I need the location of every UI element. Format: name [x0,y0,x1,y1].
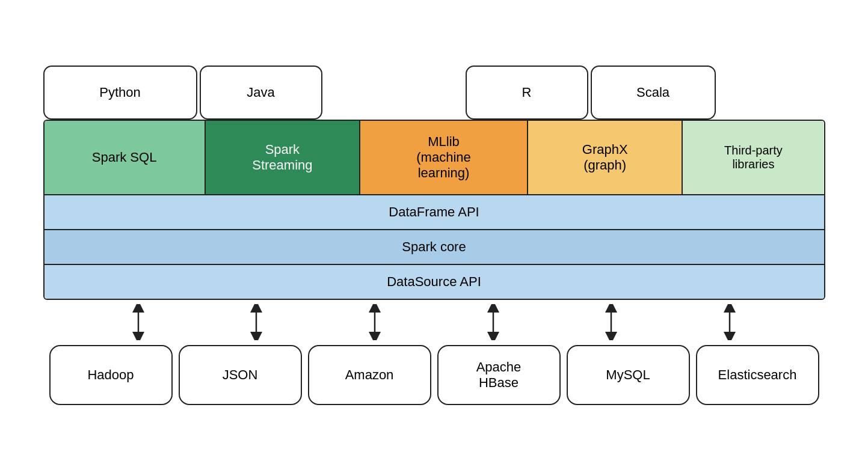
datasource-amazon: Amazon [308,345,431,405]
lib-spark-sql: Spark SQL [45,121,206,194]
datasource-hbase: Apache HBase [437,345,561,405]
lib-spark-streaming: Spark Streaming [206,121,360,194]
lib-mllib: MLlib (machine learning) [360,121,528,194]
lang-scala: Scala [591,66,716,120]
datasource-json: JSON [179,345,302,405]
architecture-diagram: Python Java R Scala [43,66,825,405]
lib-graphx: GraphX (graph) [528,121,683,194]
bar-datasource-api: DataSource API [45,265,824,299]
arrow-hadoop [129,305,147,340]
lang-python: Python [43,66,197,120]
arrow-hbase [484,305,502,340]
datasource-elasticsearch: Elasticsearch [696,345,819,405]
lang-r: R [466,66,588,120]
datasource-hadoop: Hadoop [49,345,173,405]
datasource-mysql: MySQL [567,345,690,405]
bar-dataframe-api: DataFrame API [45,195,824,230]
bar-spark-core: Spark core [45,230,824,265]
arrow-amazon [366,305,384,340]
arrow-mysql [602,305,620,340]
arrow-elasticsearch [721,305,739,340]
arrow-json [247,305,265,340]
lang-java: Java [200,66,322,120]
lib-third-party: Third-party libraries [683,121,823,194]
